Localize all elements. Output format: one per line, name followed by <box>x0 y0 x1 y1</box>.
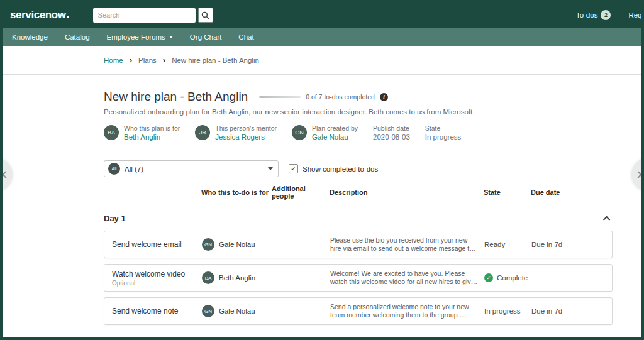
assignee-name: Gale Nolau <box>219 241 255 248</box>
section-header-day1[interactable]: Day 1 <box>104 214 613 223</box>
meta-label: State <box>425 124 462 132</box>
todo-description: Welcome! We are excited to have you. Ple… <box>330 270 484 286</box>
breadcrumb-home[interactable]: Home <box>104 57 123 64</box>
section-header-week1[interactable]: Week 1 <box>104 337 613 340</box>
search-icon <box>201 11 209 19</box>
assignee-name: Gale Nolau <box>219 307 255 315</box>
todos-link[interactable]: To-dos 2 <box>576 10 611 20</box>
todo-state: In progress <box>484 307 531 315</box>
main-content: New hire plan - Beth Anglin 0 of 7 to-do… <box>3 75 641 340</box>
progress-indicator: 0 of 7 to-dos completed i <box>259 93 388 101</box>
breadcrumb: Home › Plans › New hire plan - Beth Angl… <box>3 46 641 75</box>
nav-label: Org Chart <box>190 33 222 41</box>
show-completed-checkbox[interactable]: ✓ <box>289 164 298 173</box>
todo-card-send-welcome-email[interactable]: Send welcome email GN Gale Nolau Please … <box>104 231 613 258</box>
avatar: GN <box>202 238 214 251</box>
chevron-right-icon: › <box>163 56 165 64</box>
avatar: JR <box>195 125 210 140</box>
breadcrumb-plans[interactable]: Plans <box>138 57 157 64</box>
top-bar: servicenow To-dos 2 Requests <box>3 3 641 28</box>
page-frame: servicenow To-dos 2 Requests Knowledge <box>0 0 644 340</box>
column-header-due: Due date <box>531 189 613 196</box>
todo-due-date: Due in 7d <box>531 241 612 248</box>
progress-bar <box>259 96 301 98</box>
check-icon: ✓ <box>291 165 296 173</box>
avatar: BA <box>104 125 119 140</box>
section-title: Week 1 <box>104 337 132 340</box>
nav-item-chat[interactable]: Chat <box>238 33 253 41</box>
nav-label: Employee Forums <box>107 33 165 41</box>
meta-value: 2020-08-03 <box>373 133 410 141</box>
checkbox-label[interactable]: Show completed to-dos <box>303 165 378 173</box>
nav-label: Knowledge <box>12 33 48 41</box>
page-title: New hire plan - Beth Anglin <box>104 90 248 104</box>
title-row: New hire plan - Beth Anglin 0 of 7 to-do… <box>104 90 613 104</box>
column-header-who: Who this to-do is for <box>201 189 272 196</box>
show-completed-row: ✓ Show completed to-dos <box>289 164 378 173</box>
assignee-name: Beth Anglin <box>219 274 255 282</box>
main-nav: Knowledge Catalog Employee Forums Org Ch… <box>3 28 641 46</box>
logo-dot <box>67 16 69 18</box>
meta-value: In progress <box>425 133 462 141</box>
column-header-additional: Additional people <box>272 185 330 200</box>
chevron-down-icon <box>169 36 173 38</box>
todo-assignee: GN Gale Nolau <box>202 238 272 251</box>
avatar: GN <box>202 305 214 317</box>
meta-value-link[interactable]: Jessica Rogers <box>215 133 277 141</box>
select-caret-button[interactable] <box>262 161 278 177</box>
search-bar <box>93 8 213 23</box>
filter-selected-value: All (7) <box>125 165 262 173</box>
plan-description: Personalized onboarding plan for Beth An… <box>104 108 613 116</box>
nav-item-catalog[interactable]: Catalog <box>65 33 90 41</box>
meta-label: This person's mentor <box>215 124 277 132</box>
chevron-down-icon[interactable] <box>605 337 612 340</box>
avatar: GN <box>292 125 307 140</box>
info-icon[interactable]: i <box>380 93 388 101</box>
chevron-left-icon <box>2 171 9 178</box>
nav-label: Chat <box>238 33 253 41</box>
meta-plan-for: BA Who this plan is for Beth Anglin <box>104 124 180 141</box>
servicenow-logo[interactable]: servicenow <box>10 9 69 21</box>
todo-state: ✓ Complete <box>484 273 531 282</box>
chevron-right-icon <box>635 171 641 178</box>
meta-value-link[interactable]: Gale Nolau <box>312 133 358 141</box>
meta-publish-date: Publish date 2020-08-03 <box>373 124 410 141</box>
todo-due-date: Due in 7d <box>531 307 612 315</box>
chevron-up-icon[interactable] <box>603 216 610 222</box>
todos-count-badge: 2 <box>601 10 611 20</box>
complete-check-icon: ✓ <box>484 273 493 282</box>
meta-mentor: JR This person's mentor Jessica Rogers <box>195 124 277 141</box>
plan-meta-row: BA Who this plan is for Beth Anglin JR T… <box>104 124 613 151</box>
meta-label: Publish date <box>373 124 410 132</box>
filter-row: All All (7) ✓ Show completed to-dos <box>104 160 613 177</box>
todo-table-header: Who this to-do is for Additional people … <box>104 185 613 200</box>
todos-label: To-dos <box>576 11 598 19</box>
nav-item-knowledge[interactable]: Knowledge <box>12 33 48 41</box>
nav-item-employee-forums[interactable]: Employee Forums <box>107 33 173 41</box>
logo-text: servicenow <box>10 9 66 21</box>
todo-assignee: GN Gale Nolau <box>202 305 272 317</box>
nav-item-org-chart[interactable]: Org Chart <box>190 33 222 41</box>
todo-filter-select[interactable]: All All (7) <box>104 160 279 177</box>
meta-created-by: GN Plan created by Gale Nolau <box>292 124 358 141</box>
nav-label: Catalog <box>65 33 90 41</box>
search-button[interactable] <box>198 8 213 23</box>
todo-name: Send welcome note <box>112 307 202 315</box>
progress-text: 0 of 7 to-dos completed <box>306 93 375 101</box>
top-bar-right: To-dos 2 Requests <box>576 3 644 28</box>
search-input[interactable] <box>93 8 196 23</box>
todo-state: Ready <box>484 241 531 248</box>
todo-card-watch-welcome-video[interactable]: Watch welcome video Optional BA Beth Ang… <box>104 264 613 292</box>
requests-link[interactable]: Requests <box>628 11 644 19</box>
avatar: BA <box>202 271 214 284</box>
breadcrumb-current: New hire plan - Beth Anglin <box>172 57 259 64</box>
todo-description: Please use the bio you received from you… <box>330 236 484 253</box>
todo-card-send-welcome-note[interactable]: Send welcome note GN Gale Nolau Send a p… <box>104 297 613 325</box>
state-text: In progress <box>484 307 521 315</box>
state-text: Ready <box>484 241 505 248</box>
todo-name: Send welcome email <box>112 240 202 249</box>
state-text: Complete <box>497 274 528 282</box>
column-header-description: Description <box>330 189 484 196</box>
chevron-right-icon: › <box>130 56 132 64</box>
meta-value-link[interactable]: Beth Anglin <box>124 133 180 141</box>
